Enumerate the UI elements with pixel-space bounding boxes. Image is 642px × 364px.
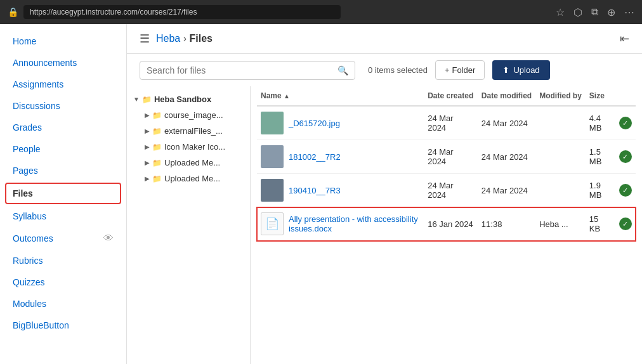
star-icon[interactable]: ☆ [556, 6, 565, 18]
breadcrumb: Heba › Files [156, 33, 213, 44]
sidebar-item-quizzes[interactable]: Quizzes [0, 271, 126, 293]
table-header-row: Name ▲ Date created Date modified Modifi… [257, 86, 636, 106]
file-name-cell: 190410__7R3 [257, 174, 424, 207]
file-name-cell: 📄Ally presentation - with accessibility … [257, 207, 424, 241]
status-check-icon: ✓ [619, 150, 632, 163]
sidebar-item-syllabus[interactable]: Syllabus [0, 205, 126, 227]
file-thumbnail [261, 145, 284, 168]
sidebar-item-grades[interactable]: Grades [0, 117, 126, 138]
file-status: ✓ [615, 106, 636, 140]
tree-item-label: externalFiles_... [164, 126, 223, 136]
tree-arrow: ▶ [145, 127, 150, 134]
file-name-link[interactable]: 181002__7R2 [289, 152, 341, 162]
folder-button-label: Folder [452, 65, 476, 75]
file-date-created: 24 Mar 2024 [424, 140, 478, 174]
file-status: ✓ [615, 174, 636, 207]
tree-root-label: Heba Sandbox [154, 94, 211, 104]
app-layout: Home Announcements Assignments Discussio… [0, 24, 642, 364]
file-name-link[interactable]: Ally presentation - with accessibility i… [289, 214, 420, 233]
file-name-cell: _D615720.jpg [257, 106, 424, 140]
file-size: 4.4 MB [586, 106, 615, 140]
browser-lock-icon: 🔒 [8, 7, 18, 17]
tree-root[interactable]: ▼ 📁 Heba Sandbox [127, 91, 250, 107]
file-thumbnail [261, 179, 284, 202]
tree-item-icon-maker[interactable]: ▶ 📁 Icon Maker Ico... [138, 139, 250, 155]
breadcrumb-separator: › [183, 33, 187, 44]
file-modified-by [535, 140, 586, 174]
sidebar-item-bigbluebutton[interactable]: BigBlueButton [0, 315, 126, 336]
file-status: ✓ [615, 140, 636, 174]
files-table: Name ▲ Date created Date modified Modifi… [257, 86, 636, 241]
search-box: 🔍 [140, 61, 355, 80]
more-icon[interactable]: ⋯ [624, 6, 634, 18]
tree-item-course-image[interactable]: ▶ 📁 course_image... [138, 107, 250, 123]
sidebar: Home Announcements Assignments Discussio… [0, 24, 127, 364]
tree-arrow: ▶ [145, 143, 150, 150]
file-thumbnail [261, 112, 284, 134]
sidebar-item-modules[interactable]: Modules [0, 293, 126, 315]
tree-folder-icon: 📁 [152, 174, 162, 183]
hamburger-menu[interactable]: ☰ [140, 32, 150, 46]
file-name-link[interactable]: _D615720.jpg [289, 119, 340, 128]
add-folder-button[interactable]: + Folder [435, 60, 485, 80]
sidebar-item-rubrics[interactable]: Rubrics [0, 250, 126, 271]
files-table-wrapper: Name ▲ Date created Date modified Modifi… [251, 86, 642, 364]
extension-icon[interactable]: ⊕ [607, 6, 615, 18]
tree-item-uploaded2[interactable]: ▶ 📁 Uploaded Me... [138, 171, 250, 186]
col-name[interactable]: Name ▲ [257, 86, 424, 106]
split-icon[interactable]: ⬡ [573, 6, 582, 18]
files-layout: ▼ 📁 Heba Sandbox ▶ 📁 course_image... ▶ 📁… [127, 86, 642, 364]
tree-item-label: Uploaded Me... [164, 158, 220, 167]
file-size: 1.5 MB [586, 140, 615, 174]
tree-arrow: ▶ [145, 159, 150, 166]
table-row: 190410__7R324 Mar 202424 Mar 20241.9 MB✓ [257, 174, 636, 207]
tree-folder-icon: 📁 [152, 159, 162, 167]
file-size: 1.9 MB [586, 174, 615, 207]
file-tree: ▼ 📁 Heba Sandbox ▶ 📁 course_image... ▶ 📁… [127, 86, 251, 364]
search-icon: 🔍 [337, 65, 348, 75]
tree-item-label: course_image... [164, 110, 223, 120]
tree-item-uploaded1[interactable]: ▶ 📁 Uploaded Me... [138, 155, 250, 171]
visibility-icon: 👁 [103, 233, 114, 244]
sidebar-item-discussions[interactable]: Discussions [0, 95, 126, 117]
header-left: ☰ Heba › Files [140, 32, 213, 46]
upload-button[interactable]: ⬆ Upload [492, 60, 549, 80]
col-size[interactable]: Size [586, 86, 615, 106]
tree-collapse-arrow: ▼ [133, 96, 140, 103]
profile-icon[interactable]: ⧉ [591, 6, 598, 18]
file-size: 15 KB [586, 207, 615, 241]
search-input[interactable] [147, 65, 337, 75]
browser-chrome: 🔒 https://aucegypt.instructure.com/cours… [0, 0, 642, 24]
sort-asc-icon: ▲ [284, 93, 290, 100]
col-date-modified[interactable]: Date modified [478, 86, 535, 106]
tree-folder-icon: 📁 [152, 111, 162, 120]
plus-icon: + [445, 65, 450, 75]
breadcrumb-parent-link[interactable]: Heba [156, 33, 180, 44]
sidebar-item-people[interactable]: People [0, 138, 126, 160]
tree-item-label: Uploaded Me... [164, 174, 220, 183]
col-modified-by[interactable]: Modified by [535, 86, 586, 106]
table-row: 181002__7R224 Mar 202424 Mar 20241.5 MB✓ [257, 140, 636, 174]
file-date-created: 24 Mar 2024 [424, 174, 478, 207]
file-modified-by [535, 106, 586, 140]
tree-item-external-files[interactable]: ▶ 📁 externalFiles_... [138, 123, 250, 139]
tree-arrow: ▶ [145, 175, 150, 182]
address-bar[interactable]: https://aucegypt.instructure.com/courses… [23, 5, 341, 19]
items-selected-count: 0 items selected [368, 65, 428, 75]
content-header: ☰ Heba › Files ⇤ [127, 24, 642, 54]
tree-item-label: Icon Maker Ico... [164, 142, 225, 152]
sidebar-item-announcements[interactable]: Announcements [0, 52, 126, 74]
col-date-created[interactable]: Date created [424, 86, 478, 106]
sidebar-item-files[interactable]: Files [5, 183, 121, 204]
content-area: ☰ Heba › Files ⇤ 🔍 0 items selected + Fo… [127, 24, 642, 364]
file-date-modified: 11:38 [478, 207, 535, 241]
sidebar-item-home[interactable]: Home [0, 30, 126, 52]
file-date-created: 24 Mar 2024 [424, 106, 478, 140]
sidebar-item-assignments[interactable]: Assignments [0, 74, 126, 95]
file-name-link[interactable]: 190410__7R3 [289, 186, 341, 195]
file-date-modified: 24 Mar 2024 [478, 106, 535, 140]
status-check-icon: ✓ [619, 117, 632, 129]
sidebar-item-pages[interactable]: Pages [0, 160, 126, 181]
collapse-button[interactable]: ⇤ [620, 32, 629, 46]
sidebar-item-outcomes[interactable]: Outcomes 👁 [0, 227, 126, 250]
